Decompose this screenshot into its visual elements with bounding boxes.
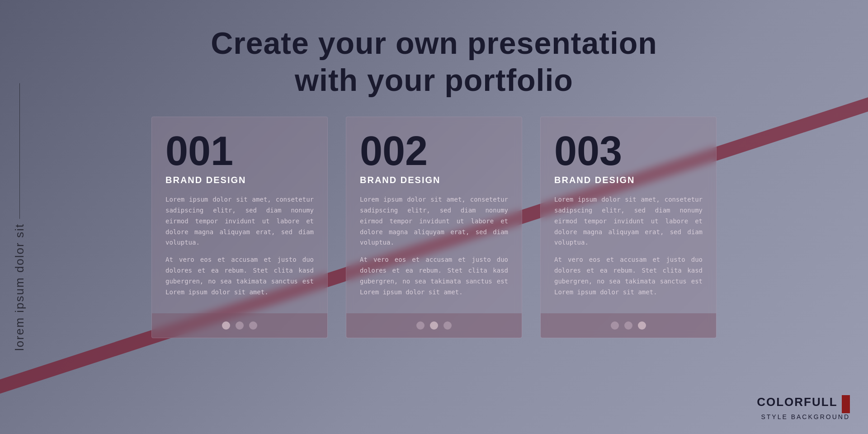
card-2-dot-2	[430, 321, 438, 330]
card-2-body: Lorem ipsum dolor sit amet, consetetur s…	[360, 194, 508, 304]
card-3-body: Lorem ipsum dolor sit amet, consetetur s…	[554, 194, 703, 304]
card-2-footer	[346, 313, 522, 338]
card-1-number: 001	[165, 131, 314, 171]
brand-name-line: COLORFULL	[757, 395, 850, 413]
card-2-dot-3	[443, 321, 452, 330]
vertical-text-container: lorem ipsum dolor sit	[13, 83, 27, 351]
card-3-dot-1	[611, 321, 619, 330]
card-3-footer	[541, 313, 716, 338]
card-3-subtitle: BRAND DESIGN	[554, 175, 703, 185]
main-title: Create your own presentation with your p…	[211, 25, 657, 99]
brand-accent-block	[842, 395, 850, 413]
branding: COLORFULL STYLE BACKGROUND	[757, 395, 850, 420]
card-1: 001 BRAND DESIGN Lorem ipsum dolor sit a…	[151, 117, 328, 338]
card-1-dot-1	[222, 321, 230, 330]
brand-sub: STYLE BACKGROUND	[757, 413, 850, 420]
card-3-number: 003	[554, 131, 703, 171]
vertical-line	[19, 83, 20, 219]
title-section: Create your own presentation with your p…	[211, 0, 657, 99]
main-content: Create your own presentation with your p…	[0, 0, 868, 434]
card-2-dot-1	[416, 321, 425, 330]
vertical-text: lorem ipsum dolor sit	[13, 223, 27, 351]
card-1-footer	[152, 313, 327, 338]
card-2-subtitle: BRAND DESIGN	[360, 175, 508, 185]
card-1-subtitle: BRAND DESIGN	[165, 175, 314, 185]
card-3-dot-3	[638, 321, 646, 330]
card-3-dot-2	[624, 321, 632, 330]
cards-container: 001 BRAND DESIGN Lorem ipsum dolor sit a…	[0, 117, 868, 338]
card-3: 003 BRAND DESIGN Lorem ipsum dolor sit a…	[540, 117, 717, 338]
card-2-number: 002	[360, 131, 508, 171]
card-1-dot-3	[249, 321, 257, 330]
brand-name: COLORFULL	[757, 395, 837, 409]
card-1-body: Lorem ipsum dolor sit amet, consetetur s…	[165, 194, 314, 304]
card-1-dot-2	[236, 321, 244, 330]
card-2: 002 BRAND DESIGN Lorem ipsum dolor sit a…	[346, 117, 522, 338]
